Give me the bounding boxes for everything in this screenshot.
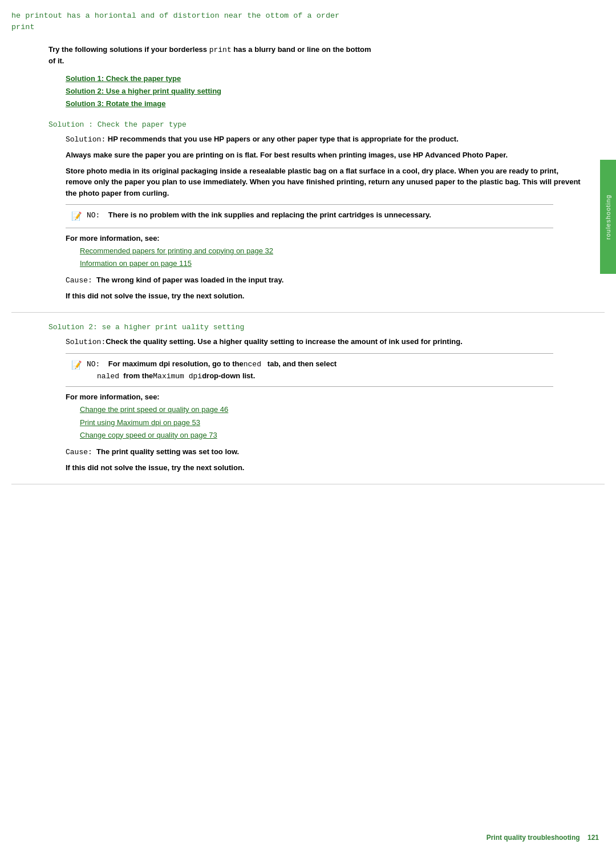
solution1-note: 📝 NO: There is no problem with the ink s… <box>66 204 553 228</box>
intro-text: Try the following solutions if your bord… <box>48 44 585 67</box>
solution1-info-links: Recommended papers for printing and copy… <box>80 245 585 270</box>
solution2-body1: Solution:Check the quality setting. Use … <box>66 336 585 348</box>
separator-1 <box>11 312 605 313</box>
solution2-header: Solution 2: se a higher print uality set… <box>48 323 585 332</box>
solution1-link-2[interactable]: Information on paper on page 115 <box>80 257 585 270</box>
solution2-note: 📝 NO: For maximum dpi resolution, go to … <box>66 353 553 387</box>
solution1-cause: Cause: The wrong kind of paper was loade… <box>66 274 585 286</box>
page-footer: Print quality troubleshooting 121 <box>487 834 599 842</box>
solution1-body1: Solution: HP recommends that you use HP … <box>66 134 585 145</box>
solution-links: Solution 1: Check the paper type Solutio… <box>66 72 585 110</box>
footer-label: Print quality troubleshooting <box>487 834 580 842</box>
note-icon-1: 📝 <box>71 210 82 223</box>
note-content-1: NO: There is no problem with the ink sup… <box>87 209 431 221</box>
note-icon-2: 📝 <box>71 359 82 372</box>
sidebar-tab: rouleshooting <box>600 160 616 274</box>
solution1-body2: Always make sure the paper you are print… <box>66 149 585 161</box>
solution1-body3: Store photo media in its original packag… <box>66 165 585 199</box>
solution2-cause: Cause: The print quality setting was set… <box>66 446 585 458</box>
solution1-for-more: For more information, see: <box>66 234 585 242</box>
solution1-header: Solution : Check the paper type <box>48 120 585 129</box>
main-content: Try the following solutions if your bord… <box>0 44 616 302</box>
solution2-info-links: Change the print speed or quality on pag… <box>80 403 585 441</box>
solution2-link-1[interactable]: Change the print speed or quality on pag… <box>80 403 585 416</box>
solution2-link-2[interactable]: Print using Maximum dpi on page 53 <box>80 417 585 429</box>
solution2-link-3[interactable]: Change copy speed or quality on page 73 <box>80 429 585 442</box>
solution-link-2[interactable]: Solution 2: Use a higher print quality s… <box>66 85 585 98</box>
solution2-if-not-solved: If this did not solve the issue, try the… <box>66 462 585 474</box>
solution2-content: Solution 2: se a higher print uality set… <box>0 323 616 474</box>
header-line1: he printout has a horiontal and of disto… <box>11 10 605 22</box>
solution2-for-more: For more information, see: <box>66 393 585 401</box>
footer-page: 121 <box>587 834 599 842</box>
solution1-if-not-solved: If this did not solve the issue, try the… <box>66 290 585 302</box>
note-content-2: NO: For maximum dpi resolution, go to th… <box>87 358 337 382</box>
top-header: he printout has a horiontal and of disto… <box>0 0 616 38</box>
separator-2 <box>11 484 605 484</box>
header-line2: print <box>11 22 605 33</box>
solution-link-3[interactable]: Solution 3: Rotate the image <box>66 98 585 110</box>
solution-link-1[interactable]: Solution 1: Check the paper type <box>66 72 585 85</box>
page-container: rouleshooting he printout has a horionta… <box>0 0 616 853</box>
solution1-link-1[interactable]: Recommended papers for printing and copy… <box>80 245 585 257</box>
